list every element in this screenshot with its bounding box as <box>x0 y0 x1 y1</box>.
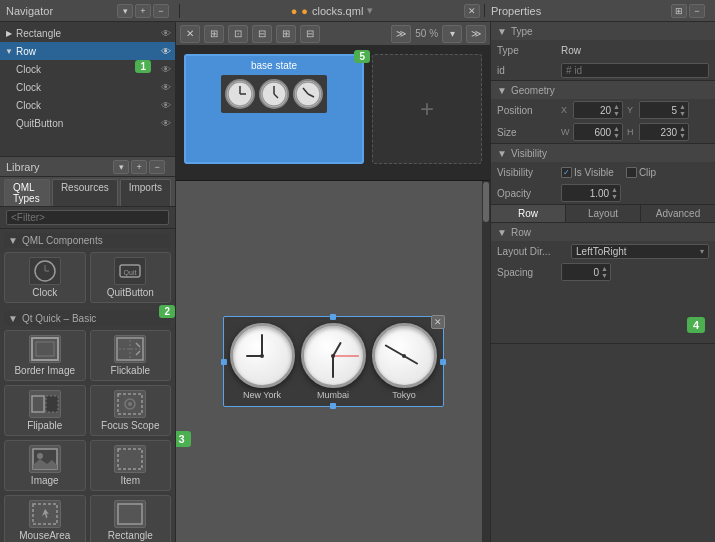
id-input[interactable] <box>561 63 709 78</box>
type-section-arrow: ▼ <box>497 26 507 37</box>
close-btn[interactable]: ✕ <box>464 4 480 18</box>
toolbar-btn-5[interactable]: ⊞ <box>276 25 296 43</box>
component-flipable[interactable]: Flipable <box>4 385 86 436</box>
spacing-input[interactable]: 0 ▲▼ <box>561 263 611 281</box>
component-flickable[interactable]: Flickable <box>90 330 172 381</box>
zoom-dropdown-btn[interactable]: ▾ <box>442 25 462 43</box>
visibility-section-header[interactable]: ▼ Visibility <box>491 144 715 162</box>
canvas-close-btn[interactable]: ✕ <box>431 315 445 329</box>
tree-item-row[interactable]: ▼ Row 👁 <box>0 42 175 60</box>
opacity-input[interactable]: 1.00 ▲▼ <box>561 184 621 202</box>
left-panel: 1 ▶ Rectangle 👁 ▼ Row 👁 Clock 👁 <box>0 22 176 542</box>
row-section-header[interactable]: ▼ Row <box>491 223 715 241</box>
city-label-ny: New York <box>243 390 281 400</box>
resize-handle-bottom[interactable] <box>330 403 336 409</box>
tab-layout[interactable]: Layout <box>566 205 641 222</box>
add-state-btn[interactable]: + <box>372 54 482 164</box>
clip-checkbox[interactable] <box>626 167 637 178</box>
properties-controls: ⊞ − <box>667 4 709 18</box>
pos-x-arrows[interactable]: ▲▼ <box>613 103 620 117</box>
resize-handle-right[interactable] <box>440 359 446 365</box>
toolbar-btn-6[interactable]: ⊟ <box>300 25 320 43</box>
qml-components-grid: Clock Quit QuitButton <box>4 252 171 303</box>
size-w-input[interactable]: 600 ▲▼ <box>573 123 623 141</box>
eye-icon-rect[interactable]: 👁 <box>161 28 171 39</box>
eye-icon-clock2[interactable]: 👁 <box>161 82 171 93</box>
tree-item-clock3[interactable]: Clock 👁 <box>0 96 175 114</box>
pos-y-arrows[interactable]: ▲▼ <box>679 103 686 117</box>
clip-check[interactable]: Clip <box>626 167 656 178</box>
nav-btn-1[interactable]: ▾ <box>117 4 133 18</box>
size-h-arrows[interactable]: ▲▼ <box>679 125 686 139</box>
size-w-arrows[interactable]: ▲▼ <box>613 125 620 139</box>
center-dot-mumbai <box>331 354 335 358</box>
lib-btn-3[interactable]: − <box>149 160 165 174</box>
layout-dir-dropdown[interactable]: LeftToRight ▾ <box>571 244 709 259</box>
badge-5: 5 <box>354 50 370 63</box>
eye-icon-row[interactable]: 👁 <box>161 46 171 57</box>
prop-btn-1[interactable]: ⊞ <box>671 4 687 18</box>
type-section-header[interactable]: ▼ Type <box>491 22 715 40</box>
library-filter-container <box>0 207 175 229</box>
lib-btn-1[interactable]: ▾ <box>113 160 129 174</box>
toolbar-btn-7[interactable]: ≫ <box>391 25 411 43</box>
tree-item-quitbtn[interactable]: QuitButton 👁 <box>0 114 175 132</box>
spacing-arrows[interactable]: ▲▼ <box>601 265 608 279</box>
toolbar-btn-1[interactable]: ✕ <box>180 25 200 43</box>
toolbar-btn-2[interactable]: ⊞ <box>204 25 224 43</box>
badge-2: 2 <box>159 305 175 318</box>
toolbar-btn-8[interactable]: ≫ <box>466 25 486 43</box>
minute-hand-ny <box>261 334 263 356</box>
tab-row[interactable]: Row <box>491 205 566 222</box>
canvas-workspace[interactable]: 3 ✕ <box>176 181 490 542</box>
lib-btn-2[interactable]: + <box>131 160 147 174</box>
geometry-section-header[interactable]: ▼ Geometry <box>491 81 715 99</box>
component-mousearea[interactable]: MouseArea <box>4 495 86 542</box>
component-quitbutton[interactable]: Quit QuitButton <box>90 252 172 303</box>
tab-resources[interactable]: Resources <box>52 179 118 206</box>
image-label: Image <box>31 475 59 486</box>
is-visible-checkbox[interactable] <box>561 167 572 178</box>
size-h-input[interactable]: 230 ▲▼ <box>639 123 689 141</box>
eye-icon-clock1[interactable]: 👁 <box>161 64 171 75</box>
canvas-clock-container[interactable]: ✕ <box>223 316 444 407</box>
nav-tree: 1 ▶ Rectangle 👁 ▼ Row 👁 Clock 👁 <box>0 22 175 156</box>
tab-advanced[interactable]: Advanced <box>641 205 715 222</box>
size-w-val: 600 <box>576 127 613 138</box>
component-image[interactable]: Image <box>4 440 86 491</box>
component-item[interactable]: Item <box>90 440 172 491</box>
canvas-area: base state <box>176 46 490 542</box>
v-scrollbar[interactable] <box>482 181 490 542</box>
section-header-qml[interactable]: ▼ QML Components <box>4 233 171 248</box>
pos-x-input[interactable]: 20 ▲▼ <box>573 101 623 119</box>
resize-handle-top[interactable] <box>330 314 336 320</box>
eye-icon-clock3[interactable]: 👁 <box>161 100 171 111</box>
nav-btn-2[interactable]: + <box>135 4 151 18</box>
tree-arrow-row: ▼ <box>4 46 14 56</box>
opacity-arrows[interactable]: ▲▼ <box>611 186 618 200</box>
tab-qml-types[interactable]: QML Types <box>4 179 50 206</box>
tab-imports[interactable]: Imports <box>120 179 171 206</box>
base-state-thumbnail[interactable]: base state <box>184 54 364 164</box>
toolbar-btn-4[interactable]: ⊟ <box>252 25 272 43</box>
toolbar-btn-3[interactable]: ⊡ <box>228 25 248 43</box>
tree-item-rectangle[interactable]: ▶ Rectangle 👁 <box>0 24 175 42</box>
state-label: base state <box>251 60 297 71</box>
v-scrollbar-thumb[interactable] <box>483 182 489 222</box>
component-clock[interactable]: Clock <box>4 252 86 303</box>
is-visible-check[interactable]: Is Visible <box>561 167 614 178</box>
type-value: Row <box>561 45 709 56</box>
filter-input[interactable] <box>6 210 169 225</box>
nav-btn-3[interactable]: − <box>153 4 169 18</box>
tree-item-clock2[interactable]: Clock 👁 <box>0 78 175 96</box>
prop-empty-area: 4 <box>491 283 715 343</box>
component-focus-scope[interactable]: Focus Scope <box>90 385 172 436</box>
resize-handle-left[interactable] <box>221 359 227 365</box>
eye-icon-quit[interactable]: 👁 <box>161 118 171 129</box>
component-border-image[interactable]: Border Image <box>4 330 86 381</box>
size-w-field: W 600 ▲▼ <box>561 123 623 141</box>
component-rectangle[interactable]: Rectangle <box>90 495 172 542</box>
pos-y-input[interactable]: 5 ▲▼ <box>639 101 689 119</box>
prop-btn-2[interactable]: − <box>689 4 705 18</box>
section-header-qtquick[interactable]: ▼ Qt Quick – Basic 2 <box>4 311 171 326</box>
